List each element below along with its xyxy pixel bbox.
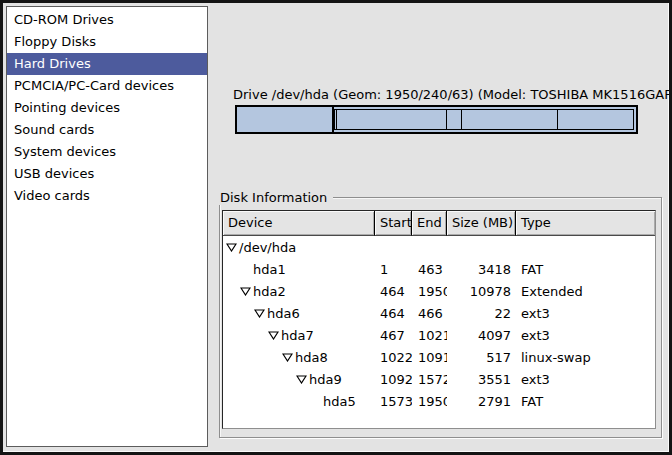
disk-information-label: Disk Information — [219, 190, 333, 205]
size-cell: 10978 — [447, 284, 516, 299]
type-cell: Extended — [516, 284, 655, 299]
disk-table: DeviceStartEndSize (MB)Type /dev/hdahda1… — [222, 210, 656, 429]
size-cell: 2791 — [447, 394, 516, 409]
size-cell: 3418 — [447, 262, 516, 277]
table-row-hda9[interactable]: hda9109215723551ext3 — [223, 368, 655, 390]
expander-icon[interactable] — [295, 375, 307, 384]
tree-indent — [223, 335, 267, 336]
device-name: hda9 — [309, 372, 342, 387]
column-header-type[interactable]: Type — [516, 211, 655, 236]
device-cell: hda6 — [223, 306, 375, 321]
size-cell: 4097 — [447, 328, 516, 343]
end-cell: 1950 — [412, 394, 447, 409]
column-header-start[interactable]: Start — [375, 211, 412, 236]
device-name: hda8 — [295, 350, 328, 365]
sidebar-item-floppy-disks[interactable]: Floppy Disks — [7, 31, 207, 53]
device-name: hda6 — [267, 306, 300, 321]
table-row-hda6[interactable]: hda646446622ext3 — [223, 302, 655, 324]
end-cell: 463 — [412, 262, 447, 277]
sidebar-item-hard-drives[interactable]: Hard Drives — [7, 53, 207, 75]
tree-indent — [223, 291, 239, 292]
device-cell: hda8 — [223, 350, 375, 365]
expander-icon[interactable] — [267, 331, 279, 340]
column-header-size-mb[interactable]: Size (MB) — [447, 211, 516, 236]
tree-indent — [223, 269, 239, 270]
device-cell: /dev/hda — [223, 240, 375, 255]
device-cell: hda5 — [223, 394, 375, 409]
partition-segment-hda9 — [462, 110, 558, 129]
device-cell: hda2 — [223, 284, 375, 299]
sidebar-item-pcmcia-pc-card-devices[interactable]: PCMCIA/PC-Card devices — [7, 75, 207, 97]
partition-segment-primary — [237, 107, 334, 132]
table-row-hda2[interactable]: hda2464195010978Extended — [223, 280, 655, 302]
start-cell: 1022 — [375, 350, 412, 365]
expander-icon[interactable] — [239, 287, 251, 296]
sidebar-item-system-devices[interactable]: System devices — [7, 141, 207, 163]
start-cell: 1092 — [375, 372, 412, 387]
sidebar-item-video-cards[interactable]: Video cards — [7, 185, 207, 207]
type-cell: ext3 — [516, 328, 655, 343]
sidebar-item-cd-rom-drives[interactable]: CD-ROM Drives — [7, 9, 207, 31]
device-name: hda7 — [281, 328, 314, 343]
start-cell: 467 — [375, 328, 412, 343]
start-cell: 464 — [375, 284, 412, 299]
tree-indent — [223, 379, 295, 380]
tree-indent — [223, 313, 253, 314]
column-header-device[interactable]: Device — [223, 211, 375, 236]
end-cell: 466 — [412, 306, 447, 321]
device-name: hda1 — [253, 262, 286, 277]
disk-information-group: Disk Information DeviceStartEndSize (MB)… — [219, 197, 662, 438]
partition-segment-hda8 — [447, 110, 462, 129]
table-row-hda1[interactable]: hda114633418FAT — [223, 258, 655, 280]
end-cell: 1572 — [412, 372, 447, 387]
table-row-dev-hda[interactable]: /dev/hda — [223, 236, 655, 258]
device-name: /dev/hda — [239, 240, 296, 255]
extended-partition-box — [334, 109, 634, 130]
device-category-list: CD-ROM DrivesFloppy DisksHard DrivesPCMC… — [6, 6, 208, 447]
disk-table-body: /dev/hdahda114633418FAThda2464195010978E… — [223, 236, 655, 412]
type-cell: ext3 — [516, 372, 655, 387]
size-cell: 22 — [447, 306, 516, 321]
partition-segment-hda7 — [337, 110, 448, 129]
hardware-browser-window: CD-ROM DrivesFloppy DisksHard DrivesPCMC… — [0, 0, 672, 455]
end-cell: 1950 — [412, 284, 447, 299]
end-cell: 1021 — [412, 328, 447, 343]
device-cell: hda1 — [223, 262, 375, 277]
tree-indent — [223, 357, 281, 358]
type-cell: FAT — [516, 394, 655, 409]
device-name: hda2 — [253, 284, 286, 299]
tree-indent — [223, 401, 309, 402]
type-cell: linux-swap — [516, 350, 655, 365]
start-cell: 464 — [375, 306, 412, 321]
start-cell: 1 — [375, 262, 412, 277]
sidebar-item-sound-cards[interactable]: Sound cards — [7, 119, 207, 141]
partition-segment-hda5 — [558, 110, 633, 129]
table-row-hda7[interactable]: hda746710214097ext3 — [223, 324, 655, 346]
size-cell: 517 — [447, 350, 516, 365]
type-cell: FAT — [516, 262, 655, 277]
table-row-hda5[interactable]: hda5157319502791FAT — [223, 390, 655, 412]
sidebar-item-usb-devices[interactable]: USB devices — [7, 163, 207, 185]
column-header-end[interactable]: End — [412, 211, 447, 236]
device-cell: hda9 — [223, 372, 375, 387]
partition-bar — [235, 105, 638, 134]
start-cell: 1573 — [375, 394, 412, 409]
device-cell: hda7 — [223, 328, 375, 343]
table-row-hda8[interactable]: hda810221091517linux-swap — [223, 346, 655, 368]
size-cell: 3551 — [447, 372, 516, 387]
expander-icon[interactable] — [225, 243, 237, 252]
drive-title: Drive /dev/hda (Geom: 1950/240/63) (Mode… — [233, 87, 639, 102]
disk-table-header: DeviceStartEndSize (MB)Type — [223, 211, 655, 236]
expander-icon[interactable] — [281, 353, 293, 362]
type-cell: ext3 — [516, 306, 655, 321]
sidebar-item-pointing-devices[interactable]: Pointing devices — [7, 97, 207, 119]
device-name: hda5 — [323, 394, 356, 409]
expander-icon[interactable] — [253, 309, 265, 318]
end-cell: 1091 — [412, 350, 447, 365]
